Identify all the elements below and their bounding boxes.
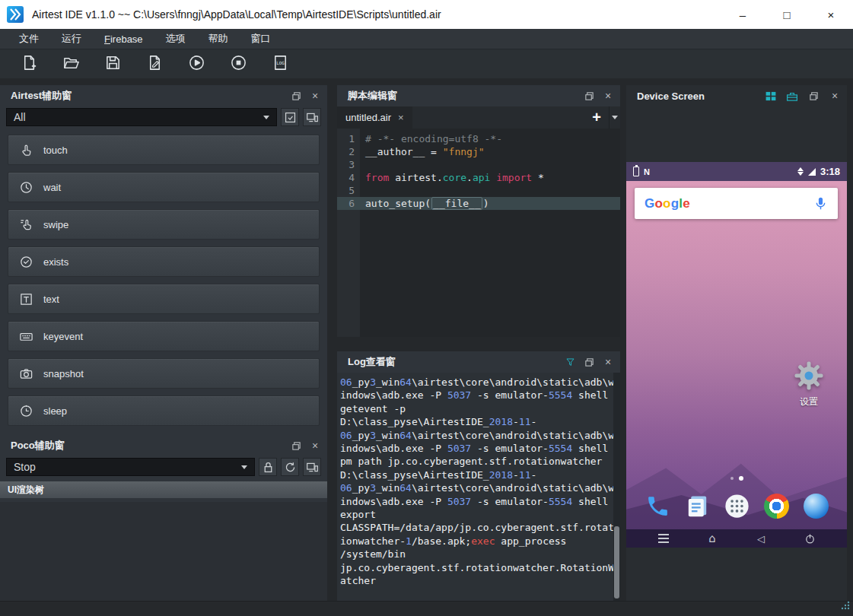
device-connect-button[interactable] — [303, 108, 321, 126]
svg-text:LOG: LOG — [276, 60, 285, 65]
menu-nav-icon[interactable] — [652, 529, 675, 548]
menu-item-file[interactable]: 文件 — [8, 29, 50, 49]
toolbox-icon[interactable] — [786, 90, 798, 102]
close-icon[interactable]: × — [602, 356, 614, 368]
battery-icon — [633, 167, 639, 176]
menu-item-firebase[interactable]: Firebase — [93, 29, 154, 49]
api-item-keyevent[interactable]: keyevent — [8, 321, 320, 351]
toolbar: LOG — [0, 49, 853, 78]
api-item-sleep[interactable]: sleep — [8, 395, 320, 426]
ui-render-tree-header[interactable]: UI渲染树 — [0, 481, 327, 498]
code-line-5[interactable] — [360, 184, 620, 197]
new-script-button[interactable] — [18, 52, 40, 75]
device-screen-panel: Device Screen × N 3:18 — [626, 85, 847, 601]
device-connect-button[interactable] — [303, 458, 321, 476]
log-line: ionwatcher-1/base.apk;exec app_process — [340, 535, 613, 548]
api-item-label: sleep — [43, 405, 67, 417]
keyevent-icon — [18, 329, 33, 344]
minimize-button[interactable]: – — [721, 0, 765, 29]
api-item-label: touch — [43, 144, 68, 156]
view-log-button[interactable]: LOG — [269, 52, 291, 75]
code-line-4[interactable]: from airtest.core.api import * — [360, 171, 620, 184]
log-line: getevent -p — [340, 402, 613, 415]
back-nav-icon[interactable]: ◁ — [750, 529, 772, 548]
poco-mode-dropdown[interactable]: Stop — [6, 458, 255, 476]
airtest-filter-value: All — [14, 111, 26, 123]
log-filter-button[interactable] — [564, 356, 576, 368]
close-button[interactable]: × — [809, 0, 853, 29]
api-item-wait[interactable]: wait — [8, 172, 320, 202]
airtest-filter-dropdown[interactable]: All — [6, 108, 277, 126]
stop-script-button[interactable] — [227, 52, 250, 75]
workspace: Airtest辅助窗 × All touchwaitswipeexiststex… — [0, 78, 853, 601]
float-icon[interactable] — [290, 440, 302, 452]
code-line-6[interactable]: auto_setup(__file__) — [360, 197, 620, 210]
phone-app-icon[interactable] — [643, 491, 672, 520]
google-search-bar[interactable]: Google — [635, 188, 838, 219]
screen-cast-icon[interactable] — [765, 90, 777, 102]
menu-item-run[interactable]: 运行 — [50, 29, 93, 49]
close-icon[interactable]: × — [309, 90, 321, 102]
mic-icon[interactable] — [813, 195, 828, 211]
menu-item-help[interactable]: 帮助 — [197, 29, 240, 49]
device-panel-header: Device Screen × — [626, 85, 847, 106]
code-line-2[interactable]: __author__ = "fnngj" — [360, 145, 620, 158]
wait-icon — [18, 179, 33, 195]
code-line-1[interactable]: # -*- encoding=utf8 -*- — [360, 132, 620, 145]
tab-close-icon[interactable]: × — [398, 112, 404, 123]
api-item-exists[interactable]: exists — [8, 246, 320, 277]
log-scrollbar[interactable] — [613, 373, 620, 601]
tab-list-dropdown-button[interactable] — [609, 106, 620, 129]
api-item-snapshot[interactable]: snapshot — [8, 358, 320, 389]
save-script-button[interactable] — [101, 52, 124, 75]
settings-app-shortcut[interactable]: 设置 — [786, 360, 832, 408]
log-line: atcher — [340, 574, 613, 587]
signal-icon — [808, 168, 816, 176]
close-icon[interactable]: × — [829, 90, 841, 102]
power-nav-icon[interactable] — [798, 529, 821, 548]
new-tab-button[interactable]: + — [584, 106, 609, 129]
menu-item-window[interactable]: 窗口 — [240, 29, 282, 49]
float-icon[interactable] — [583, 356, 595, 368]
api-item-swipe[interactable]: swipe — [8, 209, 320, 240]
insert-screenshot-button[interactable] — [281, 108, 299, 126]
refresh-button[interactable] — [281, 458, 299, 476]
tab-untitled-air[interactable]: untitled.air × — [337, 106, 412, 129]
log-panel-header: Log查看窗 × — [337, 351, 620, 373]
lock-button[interactable] — [259, 458, 277, 476]
log-line: pm path jp.co.cyberagent.stf.rotationwat… — [340, 455, 613, 468]
airtest-api-list: touchwaitswipeexiststextkeyeventsnapshot… — [0, 129, 327, 426]
maximize-button[interactable]: □ — [765, 0, 809, 29]
resize-grip[interactable] — [841, 599, 850, 613]
code-editor[interactable]: 123456 # -*- encoding=utf8 -*-__author__… — [337, 129, 620, 337]
phone-wallpaper[interactable]: Google 设置 — [626, 181, 847, 529]
log-line: 06_py3_win64\airtest\core\android\static… — [340, 481, 613, 494]
save-as-script-button[interactable] — [143, 52, 166, 75]
float-icon[interactable] — [583, 90, 595, 102]
log-scrollbar-thumb[interactable] — [614, 526, 619, 599]
api-item-text[interactable]: text — [8, 284, 320, 314]
messaging-app-icon[interactable] — [683, 491, 711, 520]
close-icon[interactable]: × — [602, 90, 614, 102]
chrome-app-icon[interactable] — [762, 491, 791, 520]
run-script-button[interactable] — [185, 52, 208, 75]
api-item-touch[interactable]: touch — [8, 135, 320, 165]
close-icon[interactable]: × — [309, 440, 321, 452]
app-drawer-icon[interactable] — [722, 491, 751, 520]
device-phone-screen[interactable]: N 3:18 Google — [626, 162, 847, 548]
titlebar: Airtest IDE v1.1.0 ~~ C:\Users\fnngj\App… — [0, 0, 853, 29]
poco-mode-value: Stop — [14, 461, 36, 473]
float-icon[interactable] — [290, 90, 302, 102]
log-content[interactable]: 06_py3_win64\airtest\core\android\static… — [337, 373, 620, 601]
open-script-button[interactable] — [59, 52, 82, 75]
float-icon[interactable] — [807, 90, 820, 102]
log-viewer-panel: Log查看窗 × 06_py3_win64\airtest\core\andro… — [337, 351, 620, 601]
log-icon: LOG — [272, 54, 289, 75]
browser-app-icon[interactable] — [801, 491, 830, 520]
log-line: jp.co.cyberagent.stf.rotationwatcher.Rot… — [340, 561, 613, 574]
code-line-3[interactable] — [360, 158, 620, 171]
phone-status-bar: N 3:18 — [626, 162, 847, 181]
home-nav-icon[interactable]: ⌂ — [701, 529, 724, 548]
settings-gear-icon — [794, 360, 824, 391]
menu-item-options[interactable]: 选项 — [154, 29, 197, 49]
